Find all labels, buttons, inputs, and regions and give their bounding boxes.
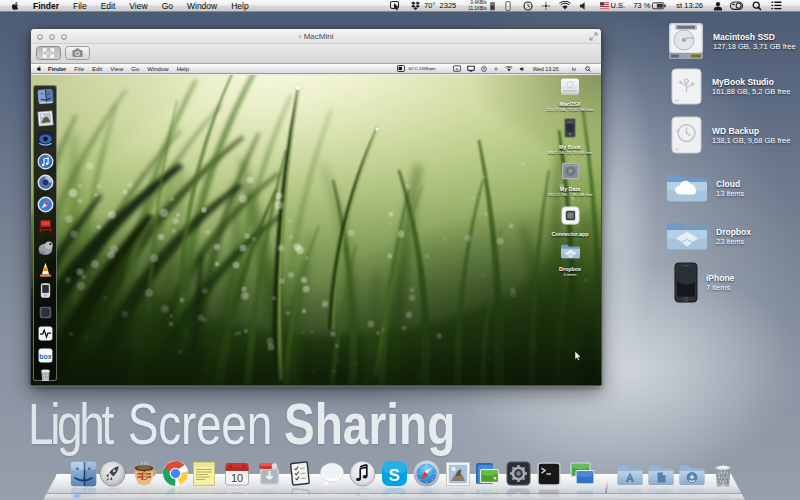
svg-text:box: box [39, 353, 52, 360]
svg-text:10: 10 [231, 472, 243, 484]
svg-text:É: É [141, 471, 147, 482]
svg-text:a: a [455, 66, 458, 71]
svg-text:S: S [389, 466, 400, 485]
